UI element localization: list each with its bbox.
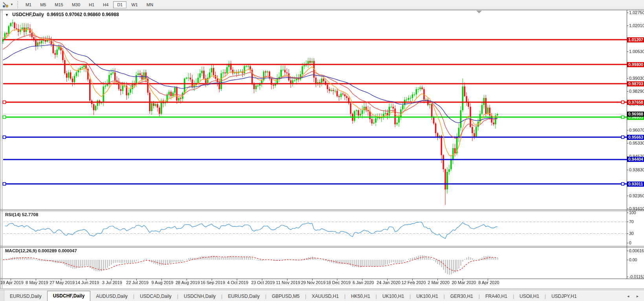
chart-tab-usoil-h1[interactable]: USOil,H1: [514, 292, 545, 301]
timeframe-button-h4[interactable]: H4: [99, 1, 112, 8]
line-price-tag: 0.94404: [627, 157, 644, 162]
rsi-label: RSI(14) 52.7708: [5, 212, 38, 217]
chart-tab-gbpusd-m5[interactable]: GBPUSD,M5: [266, 292, 305, 301]
price-axis-tick: 0.92350: [629, 193, 644, 198]
chart-tab-usdcad-daily[interactable]: USDCAD,Daily: [134, 292, 177, 301]
timeframe-button-m5[interactable]: M5: [36, 1, 50, 8]
line-price-tag: 0.97658: [627, 100, 644, 105]
chart-tab-hk50-h1[interactable]: HK50,H1: [346, 292, 376, 301]
timeframe-button-h1[interactable]: H1: [85, 1, 98, 8]
date-axis-label: 3 Jul 2019: [102, 280, 122, 285]
line-price-tag: 0.95663: [627, 135, 644, 140]
timeframe-button-mn[interactable]: MN: [143, 1, 157, 8]
chart-tab-usdchf-daily[interactable]: USDCHF,Daily: [47, 291, 91, 301]
line-price-tag: 0.93011: [627, 182, 644, 187]
chart-tab-usdcnh-daily[interactable]: USDCNH,Daily: [178, 292, 221, 301]
chart-tab-eurusd-daily[interactable]: EURUSD,Daily: [4, 292, 47, 301]
chart-ohlc-values: 0.96915 0.97062 0.96860 0.96988: [47, 12, 119, 17]
chart-tab-eurusd-daily[interactable]: EURUSD,Daily: [222, 292, 265, 301]
date-axis-label: 4 Oct 2019: [227, 280, 248, 285]
tab-scroll-arrows[interactable]: ◂ ▸: [627, 294, 642, 298]
price-axis-tick: 1.02010: [629, 23, 644, 28]
date-axis-label: 6 Jan 2020: [353, 280, 374, 285]
price-axis-tick: 0.95330: [629, 141, 644, 145]
line-price-tag: 0.98703: [627, 81, 644, 86]
price-chart-canvas[interactable]: [0, 0, 644, 301]
price-axis-tick: 1.02750: [629, 10, 644, 15]
chart-symbol-label: USDCHF,Daily: [12, 12, 44, 17]
tabs: EURUSD,DailyUSDCHF,DailyAUDUSD,Daily|USD…: [4, 292, 582, 301]
rsi-axis-label: 100: [629, 210, 644, 215]
price-axis-tick: 0.96070: [629, 128, 644, 132]
chart-tab-bar: EURUSD,DailyUSDCHF,DailyAUDUSD,Daily|USD…: [0, 290, 644, 301]
price-axis-tick: 1.00530: [629, 49, 644, 54]
timeframe-buttons: M1M5M15M30H1H4D1W1MN: [21, 1, 157, 8]
chart-tab-audusd-daily[interactable]: AUDUSD,Daily: [90, 292, 133, 301]
macd-axis-label: 0.00: [629, 257, 644, 262]
chart-cursor-icon[interactable]: [2, 1, 9, 8]
chart-tab-uk100-h1[interactable]: UK100,H1: [377, 292, 410, 301]
macd-label: MACD(12,26,9) 0.000289 0.000047: [5, 248, 77, 253]
date-axis-label: 14 Jun 2019: [75, 280, 99, 285]
timeframe-button-m1[interactable]: M1: [22, 1, 35, 8]
date-axis-label: 11 Nov 2019: [276, 280, 300, 285]
timeframe-button-w1[interactable]: W1: [127, 1, 142, 8]
mt4-window: ▼ M1M5M15M30H1H4D1W1MN ▼ USDCHF,Daily 0.…: [0, 0, 644, 301]
toolbar-grip: [17, 1, 18, 8]
date-axis-label: 23 Oct 2019: [251, 280, 275, 285]
chart-title: ▼ USDCHF,Daily 0.96915 0.97062 0.96860 0…: [5, 12, 119, 17]
date-axis-label: 19 Apr 2019: [0, 280, 23, 285]
chart-collapse-icon[interactable]: ▼: [5, 13, 9, 17]
current-price-tag: 0.96988: [627, 112, 644, 117]
date-axis-label: 16 Sep 2019: [201, 280, 225, 285]
line-price-tag: 0.99800: [627, 62, 644, 67]
rsi-axis-label: 70: [629, 219, 644, 224]
date-axis-label: 20 Mar 2020: [452, 280, 476, 285]
date-axis-label: 22 Jul 2019: [126, 280, 148, 285]
date-axis-label: 2 Mar 2020: [428, 280, 450, 285]
timeframe-toolbar: ▼ M1M5M15M30H1H4D1W1MN: [0, 0, 644, 9]
date-axis-label: 8 Apr 2020: [478, 280, 499, 285]
date-axis-label: 29 Nov 2019: [301, 280, 325, 285]
chart-tab-uk100-h1[interactable]: UK100,H1: [411, 292, 443, 301]
rsi-axis-label: 30: [629, 231, 644, 236]
cursor-tool-dropdown-icon[interactable]: ▼: [10, 3, 13, 6]
price-axis-tick: 0.93830: [629, 167, 644, 172]
date-axis-label: 18 Dec 2019: [326, 280, 350, 285]
macd-axis-label: 0.006167: [629, 248, 644, 253]
date-axis-label: 12 Feb 2020: [402, 280, 426, 285]
chart-tab-usdjpy-h1[interactable]: USDJPY,H1: [546, 292, 582, 301]
rsi-axis-label: 0: [629, 240, 644, 245]
date-axis-label: 9 Aug 2019: [152, 280, 174, 285]
chart-tab-fra40-h1[interactable]: FRA40,H1: [480, 292, 513, 301]
date-axis-label: 8 May 2019: [26, 280, 48, 285]
date-axis-label: 27 May 2019: [49, 280, 75, 285]
line-price-tag: 1.01207: [627, 37, 644, 42]
tab-bar-edge: [0, 290, 4, 301]
date-axis-label: 28 Aug 2019: [176, 280, 200, 285]
timeframe-button-m15[interactable]: M15: [51, 1, 67, 8]
date-axis-label: 24 Jan 2020: [377, 280, 401, 285]
price-axis-tick: 0.98290: [629, 89, 644, 94]
timeframe-button-d1[interactable]: D1: [113, 1, 126, 8]
timeframe-button-m30[interactable]: M30: [68, 1, 84, 8]
chart-tab-xauusd-h1[interactable]: XAUUSD,H1: [306, 292, 344, 301]
chart-tab-ger30-h1[interactable]: GER30,H1: [445, 292, 479, 301]
price-axis-tick: 0.99030: [629, 76, 644, 81]
macd-axis-label: -0.011531: [629, 274, 644, 279]
